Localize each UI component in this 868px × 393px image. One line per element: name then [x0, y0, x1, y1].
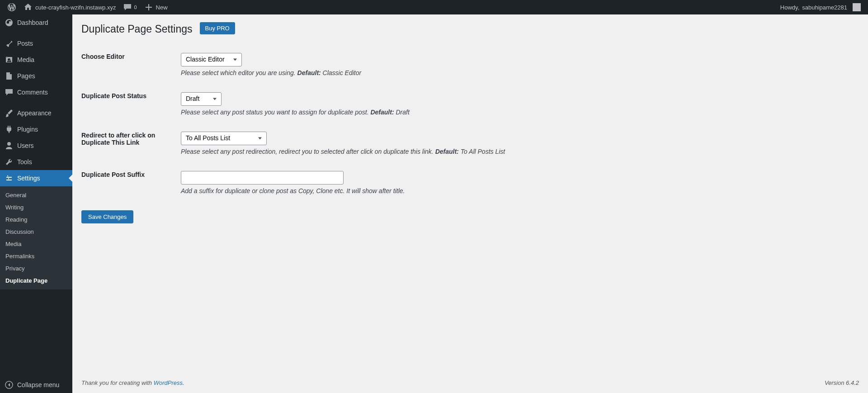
submenu-permalinks[interactable]: Permalinks: [0, 250, 72, 262]
plugin-icon: [5, 125, 14, 134]
sidebar-item-label: Users: [17, 142, 34, 149]
admin-sidebar: Dashboard Posts Media Pages Comments App…: [0, 14, 72, 393]
sidebar-item-settings[interactable]: Settings: [0, 170, 72, 186]
sidebar-item-appearance[interactable]: Appearance: [0, 105, 72, 121]
sidebar-item-plugins[interactable]: Plugins: [0, 121, 72, 137]
redirect-description: Please select any post redirection, redi…: [181, 148, 854, 155]
user-icon: [5, 141, 14, 150]
site-name-menu[interactable]: cute-crayfish-wzifn.instawp.xyz: [20, 0, 119, 14]
howdy-prefix: Howdy,: [780, 4, 799, 11]
footer-version: Version 6.4.2: [825, 379, 859, 386]
new-content-menu[interactable]: New: [141, 0, 171, 14]
suffix-description: Add a suffix for duplicate or clone post…: [181, 187, 854, 194]
suffix-input[interactable]: [181, 171, 344, 185]
sidebar-item-users[interactable]: Users: [0, 137, 72, 154]
sidebar-item-label: Plugins: [17, 126, 38, 133]
settings-icon: [5, 174, 14, 183]
sidebar-item-label: Posts: [17, 40, 33, 47]
status-description: Please select any post status you want t…: [181, 109, 854, 116]
collapse-menu[interactable]: Collapse menu: [0, 377, 72, 393]
submenu-privacy[interactable]: Privacy: [0, 262, 72, 275]
wordpress-icon: [7, 3, 16, 12]
site-name-text: cute-crayfish-wzifn.instawp.xyz: [35, 4, 116, 11]
field-label-suffix: Duplicate Post Suffix: [81, 164, 181, 204]
collapse-label: Collapse menu: [17, 381, 59, 388]
save-changes-button[interactable]: Save Changes: [81, 210, 133, 223]
page-icon: [5, 71, 14, 80]
comment-count: 0: [134, 5, 137, 10]
editor-select[interactable]: Classic Editor: [181, 53, 242, 66]
field-label-editor: Choose Editor: [81, 46, 181, 85]
sidebar-item-comments[interactable]: Comments: [0, 84, 72, 100]
field-label-status: Duplicate Post Status: [81, 85, 181, 125]
submenu-reading[interactable]: Reading: [0, 213, 72, 226]
comments-menu[interactable]: 0: [119, 0, 140, 14]
plus-icon: [144, 3, 153, 12]
submenu-media[interactable]: Media: [0, 238, 72, 250]
collapse-icon: [5, 380, 14, 389]
pin-icon: [5, 39, 14, 48]
sidebar-item-posts[interactable]: Posts: [0, 35, 72, 52]
main-content: Duplicate Page Settings Buy PRO Choose E…: [72, 14, 868, 393]
admin-bar: cute-crayfish-wzifn.instawp.xyz 0 New Ho…: [0, 0, 868, 14]
my-account-menu[interactable]: Howdy, sabuhipame2281: [777, 0, 864, 14]
submenu-general[interactable]: General: [0, 189, 72, 201]
sidebar-item-tools[interactable]: Tools: [0, 154, 72, 170]
admin-footer: Thank you for creating with WordPress. V…: [81, 373, 859, 393]
sidebar-item-label: Pages: [17, 72, 35, 80]
submenu-discussion[interactable]: Discussion: [0, 226, 72, 238]
page-title: Duplicate Page Settings: [81, 19, 193, 37]
wordpress-link[interactable]: WordPress: [154, 379, 183, 386]
status-select[interactable]: Draft: [181, 92, 222, 106]
sidebar-item-label: Appearance: [17, 109, 52, 117]
sidebar-item-label: Comments: [17, 89, 48, 96]
avatar: [853, 3, 861, 11]
settings-submenu: General Writing Reading Discussion Media…: [0, 186, 72, 289]
user-display-name: sabuhipame2281: [802, 4, 847, 11]
dashboard-icon: [5, 18, 14, 27]
submenu-writing[interactable]: Writing: [0, 201, 72, 213]
field-label-redirect: Redirect to after click on Duplicate Thi…: [81, 125, 181, 164]
sidebar-item-media[interactable]: Media: [0, 52, 72, 68]
new-label: New: [156, 4, 168, 11]
brush-icon: [5, 109, 14, 118]
wp-logo-menu[interactable]: [4, 0, 20, 14]
sidebar-item-label: Tools: [17, 158, 32, 166]
submenu-duplicate-page[interactable]: Duplicate Page: [0, 275, 72, 287]
sidebar-item-dashboard[interactable]: Dashboard: [0, 14, 72, 31]
comment-icon: [123, 3, 132, 12]
redirect-select[interactable]: To All Posts List: [181, 132, 267, 145]
home-icon: [24, 3, 33, 12]
media-icon: [5, 55, 14, 64]
sidebar-item-pages[interactable]: Pages: [0, 68, 72, 84]
footer-thanks: Thank you for creating with WordPress.: [81, 379, 184, 386]
comment-icon: [5, 88, 14, 97]
buy-pro-button[interactable]: Buy PRO: [200, 22, 235, 34]
sidebar-item-label: Media: [17, 56, 34, 63]
sidebar-item-label: Dashboard: [17, 19, 48, 26]
wrench-icon: [5, 157, 14, 166]
sidebar-item-label: Settings: [17, 175, 40, 182]
editor-description: Please select which editor you are using…: [181, 69, 854, 76]
